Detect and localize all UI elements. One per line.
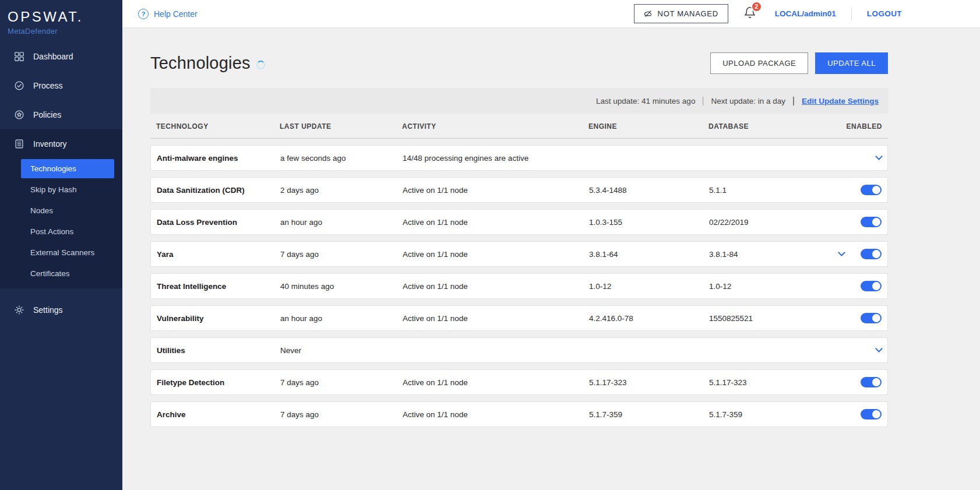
sidebar-item-label: Settings (33, 305, 63, 315)
activity-cell: 14/48 processing engines are active (403, 154, 589, 163)
table-row: Data Sanitization (CDR) 2 days ago Activ… (150, 177, 888, 203)
technology-name: Vulnerability (157, 314, 280, 323)
table-row: Filetype Detection 7 days ago Active on … (150, 369, 888, 395)
sidebar-item-technologies[interactable]: Technologies (21, 159, 114, 178)
database-cell: 5.1.7-359 (709, 410, 823, 419)
technology-name: Threat Intelligence (157, 282, 280, 291)
row-controls (823, 349, 882, 351)
sidebar-subitem-label: Post Actions (30, 227, 73, 236)
title-buttons: UPLOAD PACKAGE UPDATE ALL (710, 52, 888, 74)
last-update-cell: 7 days ago (280, 250, 403, 259)
row-controls (823, 217, 882, 227)
enabled-toggle[interactable] (861, 313, 882, 323)
sidebar-item-process[interactable]: Process (0, 71, 122, 100)
last-update-cell: 40 minutes ago (280, 282, 403, 291)
engine-cell: 1.0.3-155 (589, 218, 709, 227)
table-row: Vulnerability an hour ago Active on 1/1 … (150, 305, 888, 331)
notifications-button[interactable]: 2 (743, 6, 756, 22)
logout-button[interactable]: LOGOUT (867, 9, 902, 18)
engine-cell: 4.2.416.0-78 (589, 314, 709, 323)
engine-cell: 5.3.4-1488 (589, 186, 709, 195)
upload-package-button[interactable]: UPLOAD PACKAGE (710, 52, 808, 74)
chevron-down-icon[interactable] (875, 345, 883, 352)
technology-name: Filetype Detection (157, 378, 280, 387)
technology-name: Yara (157, 250, 280, 259)
activity-cell: Active on 1/1 node (403, 250, 589, 259)
row-controls (823, 157, 882, 159)
engine-cell: 5.1.17-323 (589, 378, 709, 387)
table-row: Utilities Never (150, 337, 888, 363)
column-header-database: DATABASE (708, 122, 823, 131)
sidebar-subitem-label: Certificates (30, 269, 70, 278)
engine-cell: 5.1.7-359 (589, 410, 709, 419)
table-row: Yara 7 days ago Active on 1/1 node 3.8.1… (150, 241, 888, 267)
help-center-link[interactable]: ? Help Center (138, 9, 198, 19)
not-managed-button[interactable]: NOT MANAGED (634, 4, 728, 23)
enabled-toggle[interactable] (861, 185, 882, 195)
sidebar-item-label: Dashboard (33, 52, 73, 61)
database-cell: 02/22/2019 (709, 218, 823, 227)
update-status-bar: Last update: 41 minutes ago Next update:… (150, 88, 888, 114)
chevron-down-icon[interactable] (838, 249, 845, 256)
technology-name: Archive (157, 410, 280, 419)
sidebar-item-label: Policies (33, 110, 61, 119)
not-managed-label: NOT MANAGED (658, 9, 718, 18)
enabled-toggle[interactable] (861, 377, 882, 387)
row-controls (823, 185, 882, 195)
activity-cell: Active on 1/1 node (403, 410, 589, 419)
chevron-down-icon[interactable] (875, 153, 883, 160)
last-update-text: Last update: 41 minutes ago (596, 97, 695, 105)
help-center-label: Help Center (154, 9, 198, 19)
not-managed-icon (644, 9, 653, 18)
sidebar-item-nodes[interactable]: Nodes (0, 200, 122, 221)
sidebar-item-label: Inventory (33, 139, 67, 149)
sidebar-item-dashboard[interactable]: Dashboard (0, 42, 122, 71)
database-cell: 5.1.1 (709, 186, 823, 195)
policies-icon (13, 110, 24, 121)
enabled-toggle[interactable] (861, 281, 882, 291)
user-menu[interactable]: LOCAL/admin01 (775, 9, 836, 18)
notification-badge: 2 (751, 1, 762, 12)
column-header-engine: ENGINE (588, 122, 708, 131)
table-row: Archive 7 days ago Active on 1/1 node 5.… (150, 401, 888, 427)
main-content: Technologies UPLOAD PACKAGE UPDATE ALL L… (122, 28, 980, 490)
sidebar-item-inventory[interactable]: Inventory (0, 129, 122, 158)
loading-spinner-icon (256, 61, 265, 69)
topbar-right: NOT MANAGED 2 LOCAL/admin01 LOGOUT (634, 4, 902, 23)
sidebar-item-skip-by-hash[interactable]: Skip by Hash (0, 179, 122, 200)
row-controls (823, 249, 882, 259)
technology-name: Data Loss Prevention (157, 218, 280, 227)
process-icon (13, 80, 24, 91)
enabled-toggle[interactable] (861, 249, 882, 259)
sidebar-item-certificates[interactable]: Certificates (0, 263, 122, 284)
sidebar-item-post-actions[interactable]: Post Actions (0, 221, 122, 242)
database-cell: 1.0-12 (709, 282, 823, 291)
last-update-cell: Never (280, 346, 403, 355)
database-cell: 5.1.17-323 (709, 378, 823, 387)
activity-cell: Active on 1/1 node (403, 282, 589, 291)
column-header-technology: TECHNOLOGY (156, 122, 280, 131)
last-update-cell: an hour ago (280, 314, 403, 323)
activity-cell: Active on 1/1 node (403, 186, 589, 195)
column-header-last-update: LAST UPDATE (280, 122, 402, 131)
sidebar-item-external-scanners[interactable]: External Scanners (0, 242, 122, 263)
table-row: Anti-malware engines a few seconds ago 1… (150, 145, 888, 171)
update-all-button[interactable]: UPDATE ALL (815, 52, 888, 74)
sidebar-subitem-label: Skip by Hash (30, 185, 77, 194)
topbar-divider (851, 8, 852, 20)
edit-update-settings-link[interactable]: Edit Update Settings (802, 97, 879, 105)
sidebar-item-policies[interactable]: Policies (0, 100, 122, 129)
sidebar-item-label: Process (33, 81, 63, 90)
last-update-cell: 7 days ago (280, 410, 403, 419)
last-update-cell: an hour ago (280, 218, 403, 227)
sidebar-nav: Dashboard Process Policies Inventory Tec… (0, 42, 122, 325)
table-body: Anti-malware engines a few seconds ago 1… (150, 145, 888, 427)
sidebar-item-settings[interactable]: Settings (0, 295, 122, 325)
sidebar: OPSWAT. MetaDefender Dashboard Process P… (0, 0, 122, 490)
inventory-section: Inventory Technologies Skip by Hash Node… (0, 129, 122, 288)
last-update-cell: 7 days ago (280, 378, 403, 387)
database-cell: 1550825521 (709, 314, 823, 323)
enabled-toggle[interactable] (861, 217, 882, 227)
opswat-logo: OPSWAT. (8, 9, 122, 25)
enabled-toggle[interactable] (861, 409, 882, 420)
